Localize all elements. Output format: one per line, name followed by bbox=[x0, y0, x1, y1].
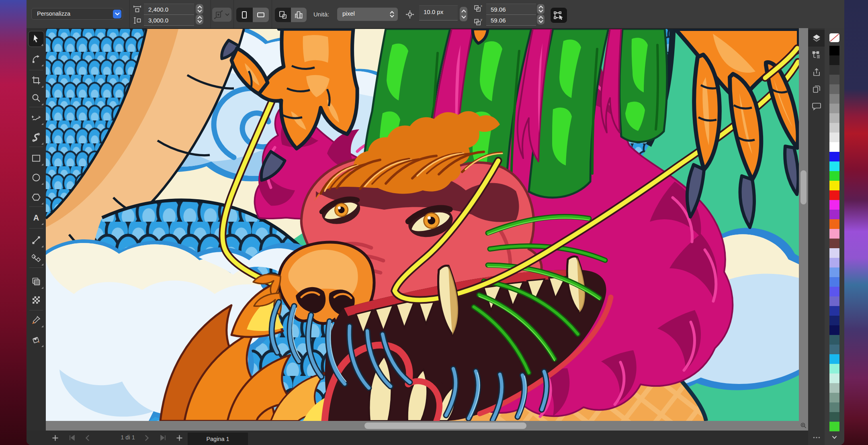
units-dropdown[interactable]: pixel bbox=[337, 8, 398, 21]
palette-swatch[interactable] bbox=[829, 104, 839, 113]
horizontal-scrollbar-thumb[interactable] bbox=[364, 423, 526, 429]
docker-comments[interactable] bbox=[808, 98, 825, 115]
palette-swatch[interactable] bbox=[829, 123, 839, 133]
nudge-distance-field[interactable]: 10.0 px bbox=[419, 5, 458, 20]
docker-properties[interactable] bbox=[808, 47, 825, 63]
palette-swatch[interactable] bbox=[829, 46, 839, 55]
page-preset-combo[interactable]: Personalizza bbox=[31, 8, 123, 20]
palette-swatch[interactable] bbox=[829, 190, 839, 200]
palette-swatch[interactable] bbox=[829, 142, 839, 152]
all-pages-option[interactable] bbox=[275, 8, 291, 22]
page-width-field[interactable]: 2,400.0 bbox=[144, 4, 194, 15]
palette-swatch[interactable] bbox=[829, 248, 839, 258]
tool-freehand[interactable] bbox=[28, 110, 44, 126]
duplicate-x-field[interactable]: 59.06 bbox=[486, 4, 536, 15]
current-page-option[interactable] bbox=[291, 8, 307, 22]
duplicate-x-stepper[interactable] bbox=[537, 4, 545, 14]
palette-swatch[interactable] bbox=[829, 181, 839, 190]
transform-tool-button[interactable] bbox=[550, 7, 567, 23]
palette-swatch[interactable] bbox=[829, 239, 839, 248]
palette-swatch[interactable] bbox=[829, 277, 839, 287]
previous-page-button[interactable] bbox=[83, 431, 91, 445]
landscape-option[interactable] bbox=[253, 8, 269, 22]
tool-polygon[interactable] bbox=[28, 189, 44, 205]
no-color-swatch[interactable] bbox=[829, 33, 839, 42]
palette-swatch[interactable] bbox=[829, 258, 839, 267]
page-preset-dropdown-button[interactable] bbox=[113, 10, 121, 18]
duplicate-distance-fields: 59.06 59.06 bbox=[486, 4, 536, 26]
palette-swatch[interactable] bbox=[829, 94, 839, 104]
docker-more-button[interactable] bbox=[808, 431, 825, 443]
app-window: Personalizza 2,400.0 3,000.0 bbox=[27, 0, 844, 445]
tool-eyedropper[interactable] bbox=[28, 312, 44, 328]
palette-swatch[interactable] bbox=[829, 345, 839, 354]
tool-ellipse[interactable] bbox=[28, 169, 44, 186]
crop-tool-icon bbox=[32, 76, 41, 85]
tool-line[interactable] bbox=[28, 232, 44, 248]
horizontal-scrollbar[interactable] bbox=[46, 421, 799, 431]
portrait-option[interactable] bbox=[236, 8, 253, 22]
duplicate-y-stepper[interactable] bbox=[537, 14, 545, 24]
palette-swatch[interactable] bbox=[829, 393, 839, 402]
palette-swatch[interactable] bbox=[829, 374, 839, 383]
palette-swatch[interactable] bbox=[829, 364, 839, 374]
palette-swatch[interactable] bbox=[829, 55, 839, 65]
add-page-button[interactable] bbox=[51, 431, 59, 445]
first-page-button[interactable] bbox=[68, 431, 76, 445]
palette-swatch[interactable] bbox=[829, 296, 839, 306]
palette-swatch[interactable] bbox=[829, 210, 839, 219]
drawing-canvas[interactable] bbox=[46, 29, 799, 421]
next-page-button[interactable] bbox=[143, 431, 151, 445]
palette-swatch[interactable] bbox=[829, 65, 839, 75]
duplicate-y-field[interactable]: 59.06 bbox=[486, 15, 536, 26]
palette-swatch[interactable] bbox=[829, 422, 839, 431]
palette-swatch[interactable] bbox=[829, 412, 839, 422]
palette-swatch[interactable] bbox=[829, 84, 839, 94]
palette-swatch[interactable] bbox=[829, 133, 839, 142]
palette-scroll-down-button[interactable] bbox=[829, 433, 839, 441]
docker-pages[interactable] bbox=[808, 81, 825, 98]
palette-swatch[interactable] bbox=[829, 287, 839, 296]
palette-swatch[interactable] bbox=[829, 152, 839, 161]
tool-pick[interactable] bbox=[28, 31, 44, 47]
page-tab-label: Pagina 1 bbox=[206, 436, 229, 442]
tool-text[interactable]: A bbox=[28, 210, 44, 226]
tool-rectangle[interactable] bbox=[28, 150, 44, 166]
tool-smart-fill[interactable] bbox=[28, 332, 44, 348]
palette-swatch[interactable] bbox=[829, 200, 839, 210]
tool-connector[interactable] bbox=[28, 250, 44, 266]
palette-swatch[interactable] bbox=[829, 306, 839, 316]
palette-swatch[interactable] bbox=[829, 219, 839, 229]
current-page-icon bbox=[295, 11, 303, 19]
palette-swatch[interactable] bbox=[829, 402, 839, 412]
add-page-button-2[interactable] bbox=[175, 431, 184, 445]
last-page-button[interactable] bbox=[158, 431, 167, 445]
palette-swatch[interactable] bbox=[829, 171, 839, 181]
autofit-page-button[interactable] bbox=[212, 8, 231, 22]
docker-export[interactable] bbox=[808, 64, 825, 81]
tool-shape[interactable] bbox=[28, 51, 44, 67]
page-height-field[interactable]: 3,000.0 bbox=[144, 15, 194, 26]
tool-interactive-fill[interactable] bbox=[28, 274, 44, 290]
docker-objects[interactable] bbox=[808, 30, 825, 47]
palette-swatch[interactable] bbox=[829, 229, 839, 239]
page-height-stepper[interactable] bbox=[196, 14, 203, 24]
tool-artistic-media[interactable] bbox=[28, 129, 44, 145]
palette-swatch[interactable] bbox=[829, 335, 839, 345]
palette-swatch[interactable] bbox=[829, 267, 839, 277]
nudge-stepper[interactable] bbox=[460, 7, 467, 21]
tool-pattern[interactable] bbox=[28, 292, 44, 308]
page-tab[interactable]: Pagina 1 bbox=[188, 433, 248, 445]
palette-swatch[interactable] bbox=[829, 325, 839, 335]
palette-swatch[interactable] bbox=[829, 354, 839, 364]
page-width-stepper[interactable] bbox=[196, 4, 203, 14]
tool-zoom[interactable] bbox=[28, 90, 44, 106]
palette-swatch[interactable] bbox=[829, 75, 839, 84]
tool-crop[interactable] bbox=[28, 72, 44, 88]
palette-swatch[interactable] bbox=[829, 161, 839, 171]
palette-swatch[interactable] bbox=[829, 383, 839, 393]
palette-swatch[interactable] bbox=[829, 113, 839, 123]
vertical-scrollbar[interactable] bbox=[799, 28, 808, 421]
palette-swatch[interactable] bbox=[829, 316, 839, 325]
vertical-scrollbar-thumb[interactable] bbox=[800, 170, 807, 204]
